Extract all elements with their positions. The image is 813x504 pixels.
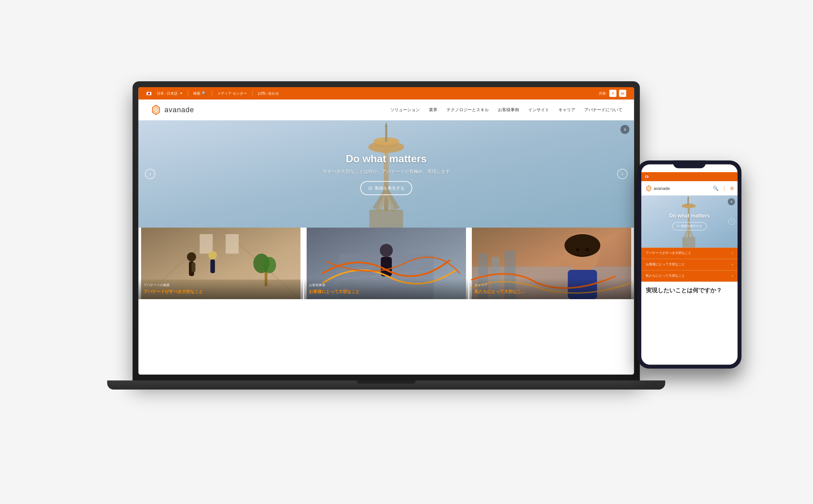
card3-overlay: キャリア 私たちにとって大切なこ... [469, 278, 634, 299]
phone-logo-icon [645, 185, 652, 192]
language-label: 日本 - 日本語 [157, 91, 178, 96]
chevron-right-icon-3: › [732, 274, 733, 278]
phone-menu-icon[interactable]: ≡ [730, 185, 734, 192]
site-topbar: 🇯🇵 日本 - 日本語 ▼ 検索 🔍 メディア センター お問い合わせ [139, 87, 634, 99]
phone-navbar: avanade 🔍 ⋮ ≡ [641, 181, 738, 195]
avanade-logo-icon [150, 104, 162, 116]
card1-category: アバナードの概要 [144, 283, 298, 287]
laptop: 🇯🇵 日本 - 日本語 ▼ 検索 🔍 メディア センター お問い合わせ [133, 81, 640, 423]
card2-title: お客様にとって大切なこと [309, 289, 463, 295]
phone-list-item-1[interactable]: アバナードがすべき大切なこと › [641, 247, 738, 259]
media-center-link[interactable]: メディア センター [217, 91, 247, 96]
cards-section: アバナードの概要 アバナードがすべき大切なこと [139, 228, 634, 299]
phone-nav-icons: 🔍 ⋮ ≡ [713, 185, 734, 192]
hero-pause-button[interactable]: ⏸ [620, 125, 630, 134]
share-label: 共有: [599, 91, 607, 96]
hero-title: Do what matters [323, 153, 450, 165]
svg-point-48 [586, 248, 589, 251]
phone-logo-text: avanade [654, 186, 670, 191]
nav-case-studies[interactable]: お客様事例 [498, 107, 519, 113]
site-navbar: avanade ソリューション 業界 テクノロジーとスキル お客様事例 インサイ… [139, 99, 634, 120]
phone-hero-next[interactable]: › [728, 218, 735, 225]
card-2[interactable]: お客様事例 お客様にとって大切なこと [303, 228, 469, 299]
phone: 🇯🇵 avanade � [637, 160, 741, 368]
topbar-divider-3 [252, 90, 252, 96]
svg-point-25 [187, 252, 196, 261]
search-icon: 🔍 [202, 91, 207, 96]
phone-hero: Do what matters ⊙ 動画を再生する ⏸ › [641, 195, 738, 247]
hero-next-button[interactable]: › [617, 169, 628, 179]
flag-icon: 🇯🇵 [146, 91, 152, 96]
nav-industry[interactable]: 業界 [429, 107, 437, 113]
chevron-right-icon-2: › [732, 263, 733, 266]
svg-rect-29 [210, 259, 215, 273]
card1-title: アバナードがすべき大切なこと [144, 289, 298, 295]
nav-tech-skills[interactable]: テクノロジーとスキル [446, 107, 489, 113]
phone-list-item-2[interactable]: お客様にとって大切なこと › [641, 259, 738, 270]
chevron-down-icon: ▼ [180, 92, 182, 95]
card-3[interactable]: キャリア 私たちにとって大切なこ... [469, 228, 634, 299]
hero-prev-button[interactable]: ‹ [145, 169, 155, 179]
phone-body: 🇯🇵 avanade � [637, 160, 741, 368]
logo-text: avanade [165, 106, 194, 114]
svg-point-46 [565, 234, 600, 257]
card2-category: お客様事例 [309, 283, 463, 287]
svg-rect-16 [369, 210, 403, 228]
laptop-body: 🇯🇵 日本 - 日本語 ▼ 検索 🔍 メディア センター お問い合わせ [133, 81, 640, 380]
hero-content: Do what matters 今すべき大切なことは何か。アバナードが見極め、実… [323, 153, 450, 195]
linkedin-icon[interactable]: in [619, 90, 626, 97]
card3-category: キャリア [474, 283, 629, 287]
card3-title: 私たちにとって大切なこ... [474, 289, 629, 295]
phone-section-title: 実現したいことは何ですか？ [641, 282, 738, 297]
hero-btn-label: 動画を再生する [375, 185, 405, 191]
svg-point-28 [208, 251, 217, 259]
hero-section: Do what matters 今すべき大切なことは何か。アバナードが見極め、実… [139, 120, 634, 228]
phone-logo[interactable]: avanade [645, 185, 670, 192]
svg-point-38 [380, 244, 393, 257]
language-selector[interactable]: 日本 - 日本語 ▼ [157, 91, 183, 96]
laptop-base [107, 380, 665, 390]
phone-search-icon[interactable]: 🔍 [713, 186, 718, 191]
phone-play-icon: ⊙ [677, 224, 680, 228]
laptop-screen: 🇯🇵 日本 - 日本語 ▼ 検索 🔍 メディア センター お問い合わせ [139, 87, 634, 375]
hero-play-button[interactable]: ⊙ 動画を再生する [360, 181, 412, 195]
svg-rect-23 [200, 234, 213, 254]
search-label: 検索 [193, 91, 200, 96]
scene: 🇯🇵 日本 - 日本語 ▼ 検索 🔍 メディア センター お問い合わせ [0, 0, 813, 504]
phone-hero-bg [641, 195, 738, 247]
svg-rect-59 [687, 198, 689, 205]
svg-point-32 [263, 257, 276, 273]
svg-rect-10 [385, 127, 387, 142]
hero-subtitle: 今すべき大切なことは何か。アバナードが見極め、実現します [323, 169, 450, 175]
nav-insights[interactable]: インサイト [528, 107, 549, 113]
svg-rect-56 [688, 205, 690, 238]
topbar-divider [188, 90, 188, 96]
nav-careers[interactable]: キャリア [558, 107, 575, 113]
svg-rect-24 [226, 234, 239, 254]
phone-screen: 🇯🇵 avanade � [641, 164, 738, 365]
topbar-divider-2 [212, 90, 212, 96]
svg-point-47 [576, 248, 579, 251]
nav-solutions[interactable]: ソリューション [390, 107, 420, 113]
phone-notch [673, 160, 706, 168]
card-1[interactable]: アバナードの概要 アバナードがすべき大切なこと [139, 228, 303, 299]
phone-hero-title: Do what matters [669, 213, 710, 219]
facebook-icon[interactable]: f [609, 90, 617, 97]
card2-overlay: お客様事例 お客様にとって大切なこと [304, 278, 469, 299]
phone-dots-icon[interactable]: ⋮ [722, 185, 727, 192]
svg-rect-27 [192, 263, 195, 272]
search-link[interactable]: 検索 🔍 [193, 91, 207, 96]
phone-topbar: 🇯🇵 [641, 172, 738, 181]
contact-link[interactable]: お問い合わせ [258, 91, 279, 96]
logo[interactable]: avanade [150, 104, 194, 116]
play-circle-icon: ⊙ [368, 185, 372, 191]
phone-pause-button[interactable]: ⏸ [728, 198, 735, 205]
phone-list: アバナードがすべき大切なこと › お客様にとって大切なこと › 私たちにとって大… [641, 247, 738, 282]
main-navigation: ソリューション 業界 テクノロジーとスキル お客様事例 インサイト キャリア ア… [390, 107, 622, 113]
phone-hero-play-button[interactable]: ⊙ 動画を再生する [672, 222, 707, 230]
nav-about[interactable]: アバナードについて [584, 107, 622, 113]
svg-rect-63 [682, 237, 695, 247]
phone-list-item-3[interactable]: 私たちにとって大切なこと › [641, 270, 738, 282]
card1-overlay: アバナードの概要 アバナードがすべき大切なこと [139, 278, 303, 299]
chevron-right-icon-1: › [732, 251, 733, 255]
